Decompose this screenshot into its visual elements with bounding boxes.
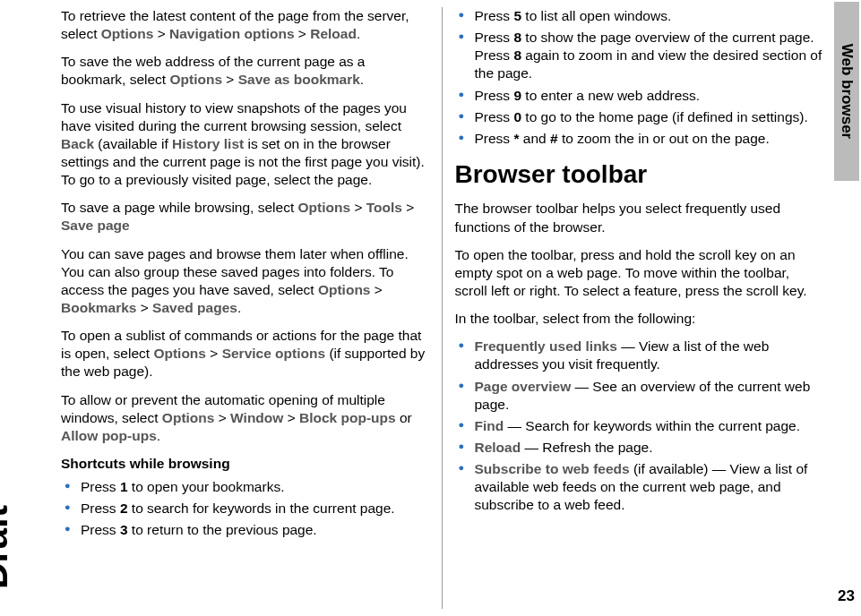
para-saved-pages: You can save pages and browse them later… xyxy=(61,245,429,318)
toolbar-options-list: Frequently used links — View a list of t… xyxy=(455,338,823,514)
para-reload: To retrieve the latest content of the pa… xyxy=(61,7,429,43)
shortcut-5: Press 5 to list all open windows. xyxy=(455,7,823,25)
para-service-options: To open a sublist of commands or actions… xyxy=(61,327,429,381)
shortcuts-heading: Shortcuts while browsing xyxy=(61,455,429,473)
page-content: To retrieve the latest content of the pa… xyxy=(0,0,861,616)
shortcut-zoom: Press * and # to zoom the in or out on t… xyxy=(455,130,823,148)
shortcut-2: Press 2 to search for keywords in the cu… xyxy=(61,500,429,518)
toolbar-para-1: The browser toolbar helps you select fre… xyxy=(455,200,823,235)
shortcut-0: Press 0 to go to the home page (if defin… xyxy=(455,108,823,126)
para-visual-history: To use visual history to view snapshots … xyxy=(61,99,429,190)
toolbar-frequently-used: Frequently used links — View a list of t… xyxy=(455,338,823,373)
shortcuts-list-left: Press 1 to open your bookmarks. Press 2 … xyxy=(61,478,429,539)
para-save-page: To save a page while browsing, select Op… xyxy=(61,199,429,235)
toolbar-para-3: In the toolbar, select from the followin… xyxy=(455,310,823,328)
toolbar-page-overview: Page overview — See an overview of the c… xyxy=(455,378,823,414)
shortcut-9: Press 9 to enter a new web address. xyxy=(455,87,823,105)
left-column: To retrieve the latest content of the pa… xyxy=(61,7,443,609)
toolbar-subscribe-feeds: Subscribe to web feeds (if available) — … xyxy=(455,460,823,514)
para-save-bookmark: To save the web address of the current p… xyxy=(61,53,429,89)
right-column: Press 5 to list all open windows. Press … xyxy=(443,7,831,609)
toolbar-reload: Reload — Refresh the page. xyxy=(455,439,823,457)
shortcuts-list-right: Press 5 to list all open windows. Press … xyxy=(455,7,823,148)
browser-toolbar-heading: Browser toolbar xyxy=(455,158,823,191)
shortcut-8: Press 8 to show the page overview of the… xyxy=(455,29,823,82)
toolbar-find: Find — Search for keywords within the cu… xyxy=(455,417,823,435)
shortcut-3: Press 3 to return to the previous page. xyxy=(61,521,429,539)
para-popups: To allow or prevent the automatic openin… xyxy=(61,391,429,445)
shortcut-1: Press 1 to open your bookmarks. xyxy=(61,478,429,496)
toolbar-para-2: To open the toolbar, press and hold the … xyxy=(455,246,823,300)
